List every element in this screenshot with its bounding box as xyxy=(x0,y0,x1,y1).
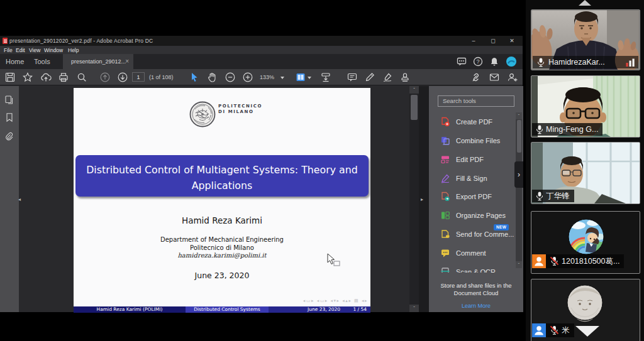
tools-scrollbar[interactable]: ˆ ˇ xyxy=(516,112,522,268)
guest-badge-orange-icon xyxy=(532,254,546,268)
video-tile-mingfeng[interactable]: Ming-Feng G... xyxy=(531,75,640,138)
learn-more-link[interactable]: Learn More xyxy=(429,303,523,309)
presenter-podium-icon[interactable] xyxy=(320,72,331,83)
page-number-input[interactable]: 1 xyxy=(132,72,145,82)
save-icon[interactable] xyxy=(4,72,16,83)
slide-institute-line2: Politecnico di Milano xyxy=(74,244,370,251)
logo-text-line1: POLITECNICO xyxy=(218,104,262,109)
comment-tool-icon[interactable] xyxy=(347,72,358,83)
participant-overlay: 1201810500葛... xyxy=(532,254,624,268)
send-for-comments-icon xyxy=(440,229,450,239)
tool-edit-pdf[interactable]: Edit PDF xyxy=(440,153,484,166)
video-tile-ge[interactable]: 1201810500葛... xyxy=(531,211,640,274)
tools-scroll-up-icon[interactable]: ˆ xyxy=(516,112,522,119)
tab-document[interactable]: presentation_29012... × xyxy=(63,54,133,69)
video-tile-dinghuafeng[interactable]: 丁华锋 xyxy=(531,142,640,204)
document-scrollbar[interactable]: ˆ ˇ xyxy=(409,86,419,312)
tool-scan-ocr[interactable]: Scan & OCR xyxy=(440,266,496,273)
mouse-cursor xyxy=(326,253,342,268)
bookmarks-icon[interactable] xyxy=(4,112,14,122)
participants-scroll-up-icon[interactable] xyxy=(579,0,591,6)
tool-combine-files[interactable]: Combine Files xyxy=(440,134,500,147)
page-display-caret-icon[interactable] xyxy=(308,77,311,79)
zoom-out-icon[interactable] xyxy=(225,72,236,83)
next-page-icon[interactable] xyxy=(117,72,128,83)
zoom-caret-icon[interactable] xyxy=(280,77,284,79)
sidebar-collapse-arrow-icon[interactable]: ◂ xyxy=(18,197,21,202)
tools-scroll-down-icon[interactable]: ˇ xyxy=(516,261,522,268)
zoom-in-icon[interactable] xyxy=(242,72,253,83)
notifications-bell-icon[interactable] xyxy=(489,56,500,67)
close-button[interactable]: ✕ xyxy=(505,36,519,46)
scroll-up-arrow-icon[interactable]: ˆ xyxy=(409,86,419,94)
tool-export-pdf[interactable]: Export PDF xyxy=(440,190,492,203)
account-avatar[interactable] xyxy=(506,56,517,67)
scroll-down-arrow-icon[interactable]: ˇ xyxy=(409,305,419,312)
polimi-seal-icon xyxy=(189,100,218,129)
footer-page-number: 1 / 54 xyxy=(353,306,367,313)
cloud-upload-icon[interactable] xyxy=(40,72,52,83)
pdf-page: POLITECNICO DI MILANO Distributed Contro… xyxy=(74,88,370,313)
export-pdf-icon xyxy=(440,192,450,202)
create-pdf-icon xyxy=(440,117,450,127)
scrollbar-thumb[interactable] xyxy=(411,95,418,120)
tab-tools[interactable]: Tools xyxy=(34,54,50,69)
feedback-bubble-icon[interactable] xyxy=(456,56,467,67)
tool-fill-sign[interactable]: Fill & Sign xyxy=(440,172,487,185)
menu-edit[interactable]: Edit xyxy=(16,47,25,53)
tool-organize-pages[interactable]: Organize Pages xyxy=(440,209,506,222)
participants-strip: HamidrezaKar... xyxy=(526,0,644,341)
attachments-paperclip-icon[interactable] xyxy=(4,131,14,141)
share-with-people-icon[interactable] xyxy=(507,72,518,83)
tool-create-pdf[interactable]: Create PDF xyxy=(440,116,492,128)
zoom-level-label[interactable]: 133% xyxy=(260,74,274,80)
page-display-icon[interactable] xyxy=(295,72,306,83)
comment-icon xyxy=(440,248,450,258)
participants-scroll-down-icon[interactable] xyxy=(575,326,599,337)
star-favorite-icon[interactable] xyxy=(22,72,33,83)
maximize-button[interactable]: ◻ xyxy=(486,36,500,46)
participant-overlay: 丁华锋 xyxy=(532,190,574,202)
video-tile-hamidreza[interactable]: HamidrezaKar... xyxy=(531,9,640,70)
menu-file[interactable]: File xyxy=(4,47,13,53)
document-cloud-promo: Store and share files in the Document Cl… xyxy=(429,282,523,297)
menu-window[interactable]: Window xyxy=(44,47,63,53)
search-tools-input[interactable]: Search tools xyxy=(438,95,514,107)
hand-tool-icon[interactable] xyxy=(206,72,218,83)
beamer-navigation-symbols[interactable]: ◂▭▸ ◂▭▸ ◂▾▸ ◂▴▸ ▤ ◂▸ xyxy=(303,298,368,303)
tab-close-icon[interactable]: × xyxy=(125,54,129,69)
menu-help[interactable]: Help xyxy=(68,47,79,53)
select-tool-cursor-icon[interactable] xyxy=(189,72,200,83)
tool-list: Create PDF Combine Files xyxy=(429,112,516,273)
highlight-pencil-icon[interactable] xyxy=(364,72,375,83)
tab-home[interactable]: Home xyxy=(6,54,24,69)
share-link-icon[interactable] xyxy=(470,72,482,83)
participant-name: 丁华锋 xyxy=(546,191,570,202)
sign-pen-icon[interactable] xyxy=(382,72,393,83)
menu-view[interactable]: View xyxy=(29,47,40,53)
email-icon[interactable] xyxy=(489,72,500,83)
page-thumbnails-icon[interactable] xyxy=(4,95,14,105)
print-icon[interactable] xyxy=(58,72,69,83)
help-icon[interactable]: ? xyxy=(472,56,484,67)
tools-panel: Search tools Create PDF xyxy=(429,86,523,312)
panel-collapse-chevron[interactable]: › xyxy=(514,161,523,188)
tools-scrollbar-thumb[interactable] xyxy=(517,120,521,153)
organize-pages-icon xyxy=(440,210,450,220)
polimi-logo: POLITECNICO DI MILANO xyxy=(189,100,290,129)
minimize-button[interactable]: – xyxy=(467,36,480,46)
tool-comment[interactable]: Comment xyxy=(440,247,486,259)
participant-overlay: 米 xyxy=(532,323,574,337)
slide-title-line1: Distributed Control of Multiagent System… xyxy=(75,162,369,178)
new-badge: NEW xyxy=(494,224,509,230)
previous-page-icon[interactable] xyxy=(99,72,111,83)
mic-on-icon xyxy=(536,192,543,201)
slide-title-line2: Applications xyxy=(75,178,369,193)
tab-bar: Home Tools presentation_29012... × ? xyxy=(0,54,523,69)
participant-overlay: HamidrezaKar... xyxy=(533,56,638,68)
search-icon[interactable] xyxy=(76,72,87,83)
stamp-tool-icon[interactable] xyxy=(399,72,411,83)
participant-name: 米 xyxy=(562,325,570,336)
panel-expand-arrow-icon[interactable]: ▸ xyxy=(421,197,423,202)
acrobat-window: presentation_29012020_ver2.pdf - Adobe A… xyxy=(0,36,523,312)
